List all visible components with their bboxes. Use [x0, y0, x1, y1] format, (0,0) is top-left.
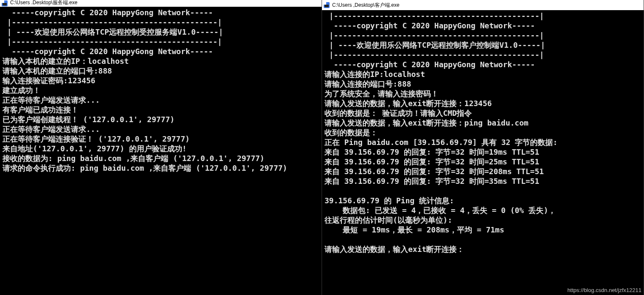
server-terminal-output[interactable]: -----copyright C 2020 HappyGong Network-…	[0, 7, 322, 295]
client-window-title: C:\Users ,Desktop\客户端.exe	[332, 2, 642, 9]
server-console-window: C:\Users .Desktop\服务端.exe -----copyright…	[0, 0, 322, 295]
console-icon	[324, 2, 330, 8]
console-icon	[2, 0, 8, 6]
client-titlebar[interactable]: C:\Users ,Desktop\客户端.exe	[322, 0, 644, 10]
server-titlebar[interactable]: C:\Users .Desktop\服务端.exe	[0, 0, 322, 7]
client-console-window: C:\Users ,Desktop\客户端.exe |-------------…	[322, 0, 644, 295]
client-terminal-output[interactable]: |---------------------------------------…	[322, 10, 644, 295]
watermark-text: https://blog.csdn.net/jzfx12211	[567, 287, 641, 293]
server-window-title: C:\Users .Desktop\服务端.exe	[10, 0, 320, 6]
